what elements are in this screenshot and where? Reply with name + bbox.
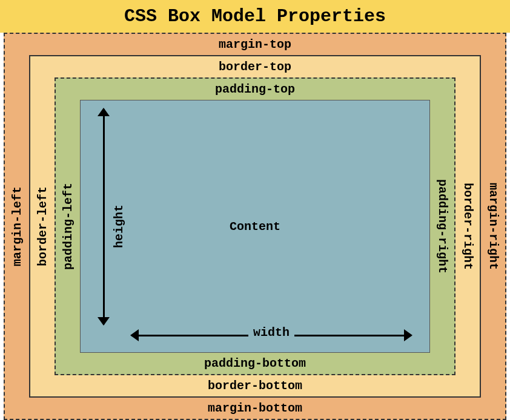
height-label: height bbox=[112, 205, 126, 248]
padding-bottom-label: padding-bottom bbox=[56, 353, 454, 374]
content-layer: Content height bbox=[80, 100, 430, 353]
arrow-right-icon bbox=[404, 329, 412, 341]
border-left-label: border-left bbox=[30, 77, 55, 375]
height-arrow bbox=[98, 109, 110, 324]
arrow-down-icon bbox=[98, 317, 110, 326]
padding-layer: padding-top padding-left Content bbox=[55, 77, 455, 375]
border-top-label: border-top bbox=[30, 56, 480, 77]
border-layer: border-top border-left padding-top paddi… bbox=[29, 55, 481, 398]
padding-right-label: padding-right bbox=[430, 100, 454, 353]
margin-bottom-label: margin-bottom bbox=[5, 398, 505, 419]
margin-layer: margin-top margin-left border-top border… bbox=[4, 33, 506, 420]
margin-right-label: margin-right bbox=[481, 55, 505, 398]
padding-left-label: padding-left bbox=[56, 100, 80, 353]
page-title: CSS Box Model Properties bbox=[0, 0, 510, 33]
width-arrow: width bbox=[131, 329, 411, 341]
padding-top-label: padding-top bbox=[56, 79, 454, 100]
width-label: width bbox=[248, 326, 294, 340]
border-bottom-label: border-bottom bbox=[30, 375, 480, 396]
border-right-label: border-right bbox=[455, 77, 480, 375]
margin-left-label: margin-left bbox=[5, 55, 29, 398]
margin-top-label: margin-top bbox=[5, 34, 505, 55]
content-label: Content bbox=[230, 220, 280, 234]
box-model-diagram: margin-top margin-left border-top border… bbox=[0, 33, 510, 420]
